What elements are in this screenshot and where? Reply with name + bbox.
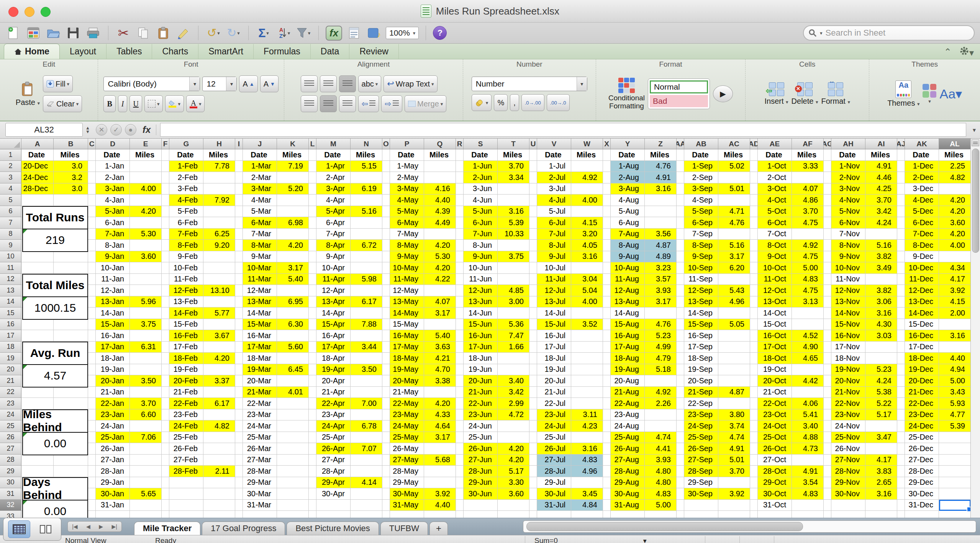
cell[interactable]: 3.17 xyxy=(277,262,309,274)
cell[interactable] xyxy=(865,443,897,455)
cell[interactable] xyxy=(88,375,96,387)
cell[interactable] xyxy=(456,161,464,172)
column-header-F[interactable]: F xyxy=(162,139,169,149)
cell[interactable] xyxy=(824,206,831,218)
cell[interactable]: 4.87 xyxy=(718,387,750,398)
decrease-indent-button[interactable]: ⇦ xyxy=(358,95,379,112)
cell[interactable] xyxy=(603,262,611,274)
cell[interactable]: 1-Feb xyxy=(169,161,203,172)
cell[interactable] xyxy=(645,195,677,206)
cell[interactable] xyxy=(677,240,684,251)
cell[interactable] xyxy=(603,511,611,518)
cell[interactable] xyxy=(529,375,537,387)
cell[interactable]: 5.40 xyxy=(277,274,309,285)
cell[interactable] xyxy=(603,432,611,443)
cell[interactable] xyxy=(235,455,243,466)
cell[interactable]: 23-Apr xyxy=(316,409,351,421)
cell[interactable]: 9-Feb xyxy=(169,251,203,263)
cell[interactable] xyxy=(571,364,603,376)
cell[interactable] xyxy=(897,488,905,500)
cell[interactable]: 4.82 xyxy=(203,420,235,432)
cell[interactable] xyxy=(865,500,897,511)
cell[interactable] xyxy=(529,229,537,240)
cell[interactable]: 4.25 xyxy=(865,183,897,195)
cell[interactable] xyxy=(750,488,758,500)
cell[interactable] xyxy=(277,229,309,240)
cell[interactable]: 24-Dec xyxy=(21,172,54,183)
cell[interactable]: 4.83 xyxy=(792,274,824,285)
cell[interactable] xyxy=(88,364,96,376)
align-middle-button[interactable] xyxy=(320,75,337,92)
cell[interactable] xyxy=(382,398,390,409)
copy-icon[interactable] xyxy=(135,25,151,41)
cell[interactable]: 4.52 xyxy=(792,330,824,342)
cell[interactable]: 4.96 xyxy=(571,466,603,477)
cell[interactable] xyxy=(677,409,684,421)
cell[interactable] xyxy=(750,409,758,421)
cell[interactable]: 5.30 xyxy=(424,251,456,263)
cell[interactable]: Date xyxy=(390,149,424,161)
cell[interactable]: 4.34 xyxy=(939,262,971,274)
cell[interactable]: 2.11 xyxy=(203,466,235,477)
cell[interactable]: 9-Sep xyxy=(684,251,718,263)
align-left-button[interactable] xyxy=(301,95,318,112)
cell[interactable]: 25-May xyxy=(390,432,424,443)
cell[interactable]: 24-Dec xyxy=(905,420,939,432)
cell[interactable] xyxy=(824,375,831,387)
cell[interactable]: 3-Apr xyxy=(316,183,351,195)
column-header-AF[interactable]: AF xyxy=(792,139,824,149)
cell[interactable] xyxy=(529,183,537,195)
cell[interactable] xyxy=(897,217,905,229)
cell[interactable] xyxy=(382,443,390,455)
row-header-19[interactable]: 19 xyxy=(0,353,21,364)
cell[interactable]: 28-May xyxy=(390,466,424,477)
cell[interactable]: 14-Mar xyxy=(243,307,277,319)
cell[interactable] xyxy=(456,149,464,161)
cell[interactable]: 6-Sep xyxy=(684,217,718,229)
cell[interactable] xyxy=(498,500,529,511)
cell[interactable] xyxy=(824,149,831,161)
cell[interactable] xyxy=(718,274,750,285)
cell[interactable]: 5.23 xyxy=(645,330,677,342)
cell[interactable]: 3.2 xyxy=(54,172,88,183)
column-header-AA[interactable]: AA xyxy=(677,139,684,149)
cell[interactable]: 9-Nov xyxy=(831,251,865,263)
cell[interactable] xyxy=(824,285,831,296)
cell[interactable]: 6.98 xyxy=(277,217,309,229)
cell[interactable] xyxy=(235,296,243,308)
search-input[interactable]: ▾ Search in Sheet xyxy=(803,25,975,41)
cell[interactable] xyxy=(792,364,824,376)
cell[interactable] xyxy=(529,195,537,206)
cell[interactable]: 4.17 xyxy=(865,455,897,466)
cell[interactable]: 14-Apr xyxy=(316,307,351,319)
cell[interactable] xyxy=(382,149,390,161)
cell[interactable] xyxy=(382,307,390,319)
cell[interactable] xyxy=(897,319,905,330)
cell[interactable]: 18-Apr xyxy=(316,353,351,364)
cell[interactable] xyxy=(571,511,603,518)
cell[interactable]: 5.40 xyxy=(424,330,456,342)
tab-data[interactable]: Data xyxy=(311,44,350,59)
cell[interactable] xyxy=(351,511,382,518)
cell[interactable]: 8-Feb xyxy=(169,240,203,251)
cell[interactable] xyxy=(162,274,169,285)
cell[interactable] xyxy=(603,387,611,398)
row-header-6[interactable]: 6 xyxy=(0,206,21,218)
cell[interactable]: 3.38 xyxy=(424,375,456,387)
cell[interactable]: 27-Jan xyxy=(96,455,130,466)
cell[interactable]: 15-Nov xyxy=(831,319,865,330)
cell[interactable] xyxy=(309,466,316,477)
cell[interactable] xyxy=(88,319,96,330)
cell[interactable] xyxy=(130,387,162,398)
cell[interactable] xyxy=(897,330,905,342)
vertical-scrollbar[interactable] xyxy=(970,139,980,518)
cell[interactable] xyxy=(351,387,382,398)
cell[interactable]: 3.70 xyxy=(792,206,824,218)
cell[interactable] xyxy=(382,330,390,342)
cell[interactable] xyxy=(824,172,831,183)
cell[interactable] xyxy=(456,353,464,364)
cell[interactable]: 31-Oct xyxy=(758,500,792,511)
tab-review[interactable]: Review xyxy=(349,44,398,59)
column-header-L[interactable]: L xyxy=(309,139,316,149)
cell[interactable] xyxy=(235,172,243,183)
